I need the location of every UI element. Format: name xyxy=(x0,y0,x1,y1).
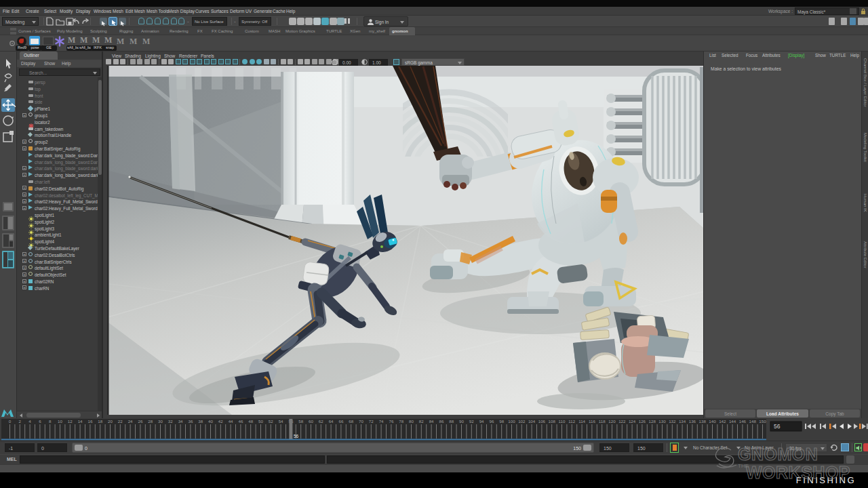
svg-text:4: 4 xyxy=(28,419,31,424)
svg-text:42: 42 xyxy=(218,419,223,424)
svg-text:44: 44 xyxy=(229,419,233,424)
svg-text:112: 112 xyxy=(568,419,575,424)
svg-text:124: 124 xyxy=(629,419,636,424)
svg-text:134: 134 xyxy=(679,419,686,424)
svg-text:36: 36 xyxy=(188,419,193,424)
svg-text:136: 136 xyxy=(689,419,696,424)
svg-text:150: 150 xyxy=(759,419,766,424)
svg-text:26: 26 xyxy=(138,419,142,424)
svg-text:138: 138 xyxy=(699,419,707,424)
svg-text:50: 50 xyxy=(258,419,263,424)
svg-text:118: 118 xyxy=(599,419,606,424)
svg-text:8: 8 xyxy=(49,419,52,424)
svg-text:114: 114 xyxy=(578,419,585,424)
svg-text:12: 12 xyxy=(68,419,73,424)
svg-text:100: 100 xyxy=(508,419,515,424)
svg-text:18: 18 xyxy=(98,419,102,424)
svg-text:64: 64 xyxy=(329,419,334,424)
svg-text:32: 32 xyxy=(168,419,173,424)
svg-text:110: 110 xyxy=(559,419,566,424)
svg-text:74: 74 xyxy=(379,419,384,424)
svg-text:56: 56 xyxy=(294,434,299,439)
svg-text:40: 40 xyxy=(208,419,213,424)
svg-text:86: 86 xyxy=(439,419,443,424)
svg-text:72: 72 xyxy=(369,419,374,424)
svg-text:16: 16 xyxy=(87,419,92,424)
svg-text:142: 142 xyxy=(719,419,726,424)
svg-text:THE: THE xyxy=(738,463,749,469)
svg-text:10: 10 xyxy=(58,419,62,424)
svg-text:130: 130 xyxy=(658,419,666,424)
svg-text:52: 52 xyxy=(269,419,273,424)
svg-text:94: 94 xyxy=(479,419,484,424)
svg-text:98: 98 xyxy=(499,419,504,424)
svg-text:148: 148 xyxy=(749,419,757,424)
svg-text:106: 106 xyxy=(538,419,546,424)
svg-text:68: 68 xyxy=(349,419,353,424)
svg-text:22: 22 xyxy=(118,419,123,424)
svg-text:48: 48 xyxy=(248,419,253,424)
svg-text:140: 140 xyxy=(709,419,716,424)
svg-text:38: 38 xyxy=(198,419,203,424)
svg-text:92: 92 xyxy=(469,419,474,424)
svg-text:78: 78 xyxy=(399,419,403,424)
svg-text:20: 20 xyxy=(108,419,113,424)
svg-text:70: 70 xyxy=(359,419,363,424)
svg-text:76: 76 xyxy=(389,419,393,424)
svg-text:14: 14 xyxy=(78,419,83,424)
svg-text:146: 146 xyxy=(739,419,747,424)
svg-text:108: 108 xyxy=(549,419,556,424)
svg-text:0: 0 xyxy=(9,419,12,424)
svg-text:132: 132 xyxy=(669,419,676,424)
svg-text:58: 58 xyxy=(298,419,303,424)
svg-text:2: 2 xyxy=(19,419,22,424)
svg-text:84: 84 xyxy=(429,419,434,424)
svg-text:60: 60 xyxy=(309,419,313,424)
svg-text:WORKSHOP: WORKSHOP xyxy=(746,463,850,482)
svg-text:46: 46 xyxy=(238,419,243,424)
svg-text:88: 88 xyxy=(449,419,454,424)
svg-text:82: 82 xyxy=(419,419,424,424)
svg-text:128: 128 xyxy=(649,419,656,424)
svg-text:96: 96 xyxy=(489,419,494,424)
svg-text:104: 104 xyxy=(528,419,536,424)
svg-text:80: 80 xyxy=(409,419,414,424)
svg-text:126: 126 xyxy=(639,419,646,424)
svg-text:90: 90 xyxy=(459,419,464,424)
svg-text:28: 28 xyxy=(148,419,153,424)
svg-text:62: 62 xyxy=(319,419,323,424)
svg-text:144: 144 xyxy=(729,419,736,424)
svg-text:24: 24 xyxy=(128,419,133,424)
svg-text:6: 6 xyxy=(39,419,41,424)
svg-text:54: 54 xyxy=(279,419,283,424)
svg-text:102: 102 xyxy=(518,419,526,424)
svg-text:66: 66 xyxy=(338,419,343,424)
svg-text:120: 120 xyxy=(608,419,616,424)
svg-text:56: 56 xyxy=(774,423,781,430)
svg-text:34: 34 xyxy=(178,419,183,424)
svg-text:116: 116 xyxy=(589,419,595,424)
svg-text:30: 30 xyxy=(158,419,163,424)
svg-text:GNOMON: GNOMON xyxy=(738,445,818,464)
svg-text:122: 122 xyxy=(618,419,626,424)
